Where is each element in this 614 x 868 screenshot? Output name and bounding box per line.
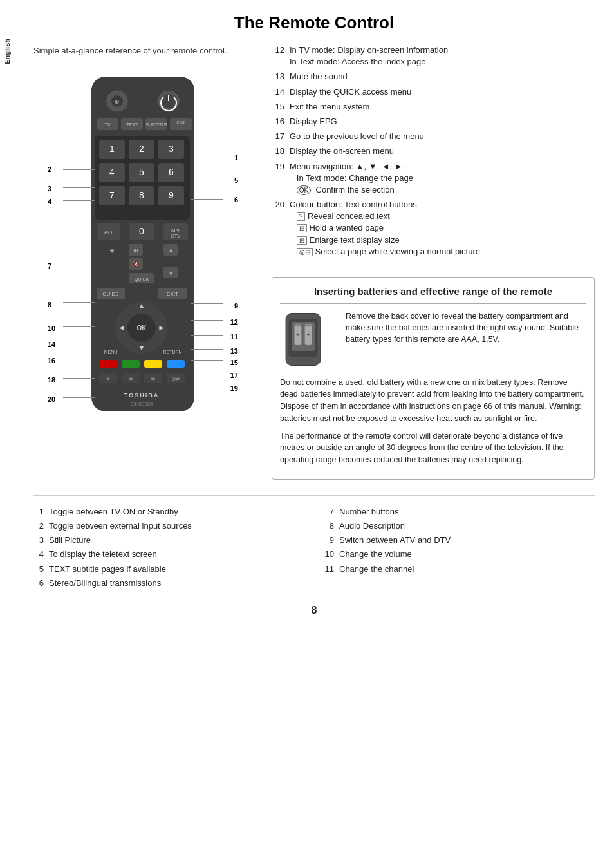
svg-text:6: 6 bbox=[169, 167, 174, 177]
svg-rect-70 bbox=[144, 360, 162, 368]
label-16: 16 bbox=[48, 357, 55, 364]
label-18: 18 bbox=[48, 376, 55, 384]
svg-text:▼: ▼ bbox=[138, 343, 145, 352]
svg-text:🔇: 🔇 bbox=[133, 260, 140, 268]
list-item-9: 9 Switch between ATV and DTV bbox=[324, 534, 595, 546]
svg-text:◎⊟: ◎⊟ bbox=[172, 376, 180, 381]
svg-text:RETURN: RETURN bbox=[163, 350, 181, 354]
svg-text:CD/II: CD/II bbox=[176, 120, 185, 124]
label-8: 8 bbox=[48, 301, 51, 308]
svg-rect-71 bbox=[167, 360, 185, 368]
label-5: 5 bbox=[234, 176, 238, 184]
battery-section: Inserting batteries and effective range … bbox=[272, 277, 595, 480]
svg-text:+: + bbox=[306, 332, 310, 338]
svg-text:CT-90326: CT-90326 bbox=[130, 401, 153, 407]
svg-text:0: 0 bbox=[139, 226, 144, 236]
svg-text:1: 1 bbox=[109, 144, 115, 154]
list-item-18: 18 Display the on-screen menu bbox=[272, 146, 595, 157]
svg-text:EXIT: EXIT bbox=[167, 291, 178, 297]
svg-text:◄: ◄ bbox=[118, 323, 126, 332]
svg-text:TEXT: TEXT bbox=[126, 122, 138, 127]
bottom-section: 1 Toggle between TV ON or Standby 2 Togg… bbox=[33, 495, 595, 592]
list-item-19: 19 Menu navigation: ▲, ▼, ◄, ►: In Text … bbox=[272, 161, 595, 196]
svg-text:⊞: ⊞ bbox=[151, 376, 155, 381]
label-1: 1 bbox=[234, 154, 238, 162]
svg-text:9: 9 bbox=[169, 190, 174, 200]
numbered-list-left: 1 Toggle between TV ON or Standby 2 Togg… bbox=[33, 506, 304, 589]
page-title: The Remote Control bbox=[33, 13, 595, 33]
label-13: 13 bbox=[230, 347, 238, 355]
label-2: 2 bbox=[48, 165, 51, 173]
svg-rect-88 bbox=[305, 323, 312, 326]
svg-text:∨: ∨ bbox=[169, 270, 173, 276]
svg-text:⊟: ⊟ bbox=[129, 376, 133, 381]
svg-text:SUBTITLE: SUBTITLE bbox=[145, 122, 167, 127]
page-number: 8 bbox=[33, 605, 595, 623]
svg-text:+: + bbox=[109, 246, 115, 256]
battery-description: Remove the back cover to reveal the batt… bbox=[346, 310, 586, 370]
list-item-14: 14 Display the QUICK access menu bbox=[272, 86, 595, 98]
list-item-16: 16 Display EPG bbox=[272, 116, 595, 127]
svg-text:GUIDE: GUIDE bbox=[102, 291, 118, 297]
svg-text:MENU: MENU bbox=[104, 350, 118, 354]
remote-svg: ⊕ TV TEXT SUBTITLE CD/II 1 2 bbox=[85, 77, 201, 428]
sidebar-label: English bbox=[3, 39, 11, 64]
intro-text: Simple at-a-glance reference of your rem… bbox=[33, 44, 252, 57]
label-14: 14 bbox=[48, 341, 55, 348]
svg-text:TV: TV bbox=[105, 122, 111, 127]
list-item-20: 20 Colour button: Text control buttons ?… bbox=[272, 199, 595, 258]
svg-text:2: 2 bbox=[139, 144, 144, 154]
list-item-6: 6 Stereo/Bilingual transmissions bbox=[33, 578, 304, 589]
list-item-11: 11 Change the channel bbox=[324, 563, 595, 575]
svg-rect-86 bbox=[295, 323, 302, 326]
label-10: 10 bbox=[48, 325, 55, 332]
svg-text:7: 7 bbox=[109, 190, 115, 200]
svg-text:5: 5 bbox=[139, 167, 144, 177]
bottom-right: 7 Number buttons 8 Audio Description 9 S… bbox=[324, 506, 595, 592]
svg-rect-68 bbox=[99, 360, 117, 368]
sidebar: English bbox=[0, 0, 14, 868]
svg-text:AD: AD bbox=[104, 229, 113, 236]
remote-diagram: Simple at-a-glance reference of your rem… bbox=[33, 44, 252, 480]
right-items-list: 12 In TV mode: Display on-screen informa… bbox=[272, 44, 595, 258]
svg-text:4: 4 bbox=[109, 167, 115, 177]
list-item-10: 10 Change the volume bbox=[324, 549, 595, 560]
svg-text:QUICK: QUICK bbox=[135, 277, 149, 282]
list-item-8: 8 Audio Description bbox=[324, 520, 595, 532]
label-19: 19 bbox=[230, 384, 238, 392]
list-item-17: 17 Go to the previous level of the menu bbox=[272, 131, 595, 142]
list-item-2: 2 Toggle between external input sources bbox=[33, 520, 304, 532]
label-9: 9 bbox=[234, 302, 238, 310]
svg-text:▲: ▲ bbox=[138, 301, 145, 310]
list-item-4: 4 To display the teletext screen bbox=[33, 549, 304, 560]
label-11: 11 bbox=[230, 333, 238, 341]
svg-text:►: ► bbox=[158, 323, 165, 332]
svg-text:⊘: ⊘ bbox=[106, 376, 110, 381]
right-column: 12 In TV mode: Display on-screen informa… bbox=[272, 44, 595, 480]
label-4: 4 bbox=[48, 198, 51, 205]
svg-text:8: 8 bbox=[139, 190, 144, 200]
label-15: 15 bbox=[230, 359, 238, 366]
svg-text:⊞: ⊞ bbox=[133, 247, 138, 254]
svg-text:⊕: ⊕ bbox=[115, 99, 120, 105]
label-3: 3 bbox=[48, 185, 51, 193]
svg-text:TOSHIBA: TOSHIBA bbox=[124, 392, 159, 399]
label-7: 7 bbox=[48, 262, 51, 270]
list-item-5: 5 TEXT subtitle pages if available bbox=[33, 563, 304, 575]
label-20: 20 bbox=[48, 395, 55, 403]
label-17: 17 bbox=[230, 372, 238, 379]
svg-text:∧: ∧ bbox=[169, 247, 173, 254]
svg-text:−: − bbox=[109, 265, 115, 275]
svg-text:3: 3 bbox=[169, 144, 174, 154]
list-item-12: 12 In TV mode: Display on-screen informa… bbox=[272, 44, 595, 68]
battery-illustration: + + bbox=[280, 310, 338, 368]
battery-title: Inserting batteries and effective range … bbox=[280, 285, 586, 304]
battery-para2: The performance of the remote control wi… bbox=[280, 430, 586, 466]
svg-text:ATV/: ATV/ bbox=[171, 228, 180, 232]
svg-text:OK: OK bbox=[137, 325, 147, 332]
label-12: 12 bbox=[230, 318, 238, 326]
numbered-list-right: 7 Number buttons 8 Audio Description 9 S… bbox=[324, 506, 595, 575]
list-item-7: 7 Number buttons bbox=[324, 506, 595, 518]
label-6: 6 bbox=[234, 196, 238, 203]
svg-text:DTV: DTV bbox=[171, 234, 180, 238]
